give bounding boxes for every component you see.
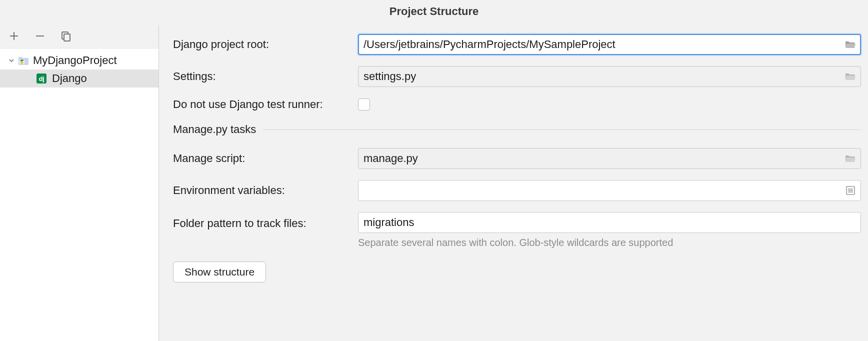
manage-script-input[interactable] [358,148,861,169]
folder-open-icon [845,40,856,49]
settings-input[interactable] [358,66,861,87]
managepy-section-header: Manage.py tasks [173,123,861,136]
django-icon: dj [36,73,47,84]
label-settings: Settings: [173,70,358,83]
label-no-test-runner: Do not use Django test runner: [173,98,358,111]
browse-root-button[interactable] [845,39,856,50]
tree-root-item[interactable]: MyDjangoProject [0,52,158,70]
remove-button[interactable] [33,29,47,43]
tree-root-label: MyDjangoProject [33,54,117,67]
browse-manage-button[interactable] [845,153,856,164]
project-root-input[interactable] [358,34,861,55]
show-structure-button[interactable]: Show structure [173,262,266,282]
page-title: Project Structure [0,0,868,25]
folder-open-icon [845,154,856,163]
tree-child-label: Django [52,72,87,85]
minus-icon [35,31,45,41]
folder-pattern-input[interactable] [358,212,861,233]
python-folder-icon [18,55,29,66]
plus-icon [9,31,19,41]
managepy-section-title: Manage.py tasks [173,123,256,136]
folder-open-icon [845,72,856,81]
label-manage-script: Manage script: [173,152,358,165]
add-button[interactable] [7,29,21,43]
env-vars-input[interactable] [358,180,861,201]
label-folder-pattern: Folder pattern to track files: [173,212,358,230]
tree-child-django[interactable]: dj Django [0,70,158,88]
chevron-down-icon [7,57,16,64]
sidebar-toolbar [0,25,158,48]
sidebar: MyDjangoProject dj Django [0,25,159,341]
label-env-vars: Environment variables: [173,184,358,197]
list-icon [846,186,855,195]
browse-settings-button[interactable] [845,71,856,82]
env-vars-expand-button[interactable] [845,185,856,196]
main-panel: Django project root: Settings: Do not us… [159,25,868,341]
project-tree: MyDjangoProject dj Django [0,48,158,341]
svg-rect-1 [64,34,70,41]
copy-button[interactable] [59,29,73,43]
label-project-root: Django project root: [173,38,358,51]
copy-icon [60,30,72,42]
no-test-runner-checkbox[interactable] [358,98,370,110]
folder-pattern-hint: Separate several names with colon. Glob-… [358,237,863,248]
